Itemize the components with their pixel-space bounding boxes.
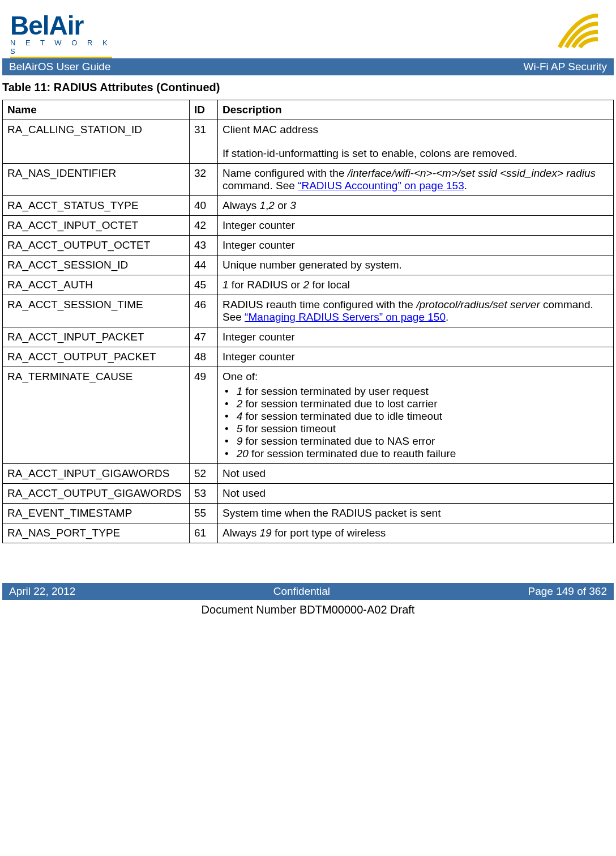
table-row: RA_CALLING_STATION_ID 31 Client MAC addr…: [3, 120, 614, 164]
section-title: Wi-Fi AP Security: [524, 61, 607, 73]
terminate-cause-list: 1 for session terminated by user request…: [223, 385, 609, 460]
italic-text: 4: [237, 410, 243, 422]
footer-date: April 22, 2012: [9, 585, 75, 598]
table-row: RA_ACCT_INPUT_GIGAWORDS 52 Not used: [3, 464, 614, 484]
cell-desc: Always 19 for port type of wireless: [218, 523, 614, 543]
page-header: BelAir N E T W O R K S: [0, 0, 616, 58]
cell-desc: System time when the RADIUS packet is se…: [218, 504, 614, 523]
table-row: RA_EVENT_TIMESTAMP 55 System time when t…: [3, 504, 614, 523]
cell-desc: Unique number generated by system.: [218, 255, 614, 275]
cell-id: 40: [190, 196, 218, 216]
radius-attributes-table: Name ID Description RA_CALLING_STATION_I…: [2, 100, 614, 543]
text: Always: [223, 527, 259, 539]
logo-brand-text: BelAir: [10, 10, 112, 41]
logo-networks-text: N E T W O R K S: [10, 39, 112, 56]
footer-confidential: Confidential: [273, 585, 330, 598]
guide-title: BelAirOS User Guide: [9, 61, 111, 73]
text: for session terminated due to reauth fai…: [249, 448, 456, 459]
logo-underline: [10, 57, 112, 58]
cell-name: RA_ACCT_OUTPUT_OCTET: [3, 236, 190, 255]
cell-name: RA_ACCT_INPUT_GIGAWORDS: [3, 464, 190, 484]
cell-id: 32: [190, 164, 218, 196]
cell-id: 45: [190, 275, 218, 295]
text: for session timeout: [242, 423, 336, 435]
table-row: RA_ACCT_OUTPUT_OCTET 43 Integer counter: [3, 236, 614, 255]
cell-id: 46: [190, 295, 218, 327]
footer-bar: April 22, 2012 Confidential Page 149 of …: [2, 583, 614, 600]
text: .: [446, 311, 448, 323]
cell-id: 47: [190, 327, 218, 347]
table-row: RA_NAS_PORT_TYPE 61 Always 19 for port t…: [3, 523, 614, 543]
text: for local: [309, 279, 350, 291]
text: or: [275, 199, 290, 211]
text: for session terminated by user request: [242, 385, 428, 397]
th-name: Name: [3, 100, 190, 120]
table-row: RA_ACCT_INPUT_OCTET 42 Integer counter: [3, 216, 614, 236]
cell-name: RA_ACCT_OUTPUT_GIGAWORDS: [3, 484, 190, 504]
title-bar: BelAirOS User Guide Wi-Fi AP Security: [2, 58, 614, 75]
cell-desc: Integer counter: [218, 347, 614, 367]
table-row: RA_TERMINATE_CAUSE 49 One of: 1 for sess…: [3, 367, 614, 464]
cell-desc: Name configured with the /interface/wifi…: [218, 164, 614, 196]
cell-desc: One of: 1 for session terminated by user…: [218, 367, 614, 464]
th-id: ID: [190, 100, 218, 120]
table-row: RA_ACCT_OUTPUT_PACKET 48 Integer counter: [3, 347, 614, 367]
italic-text: 9: [237, 435, 243, 447]
cell-name: RA_ACCT_STATUS_TYPE: [3, 196, 190, 216]
cell-desc: Not used: [218, 464, 614, 484]
italic-text: 2: [303, 279, 310, 291]
table-row: RA_ACCT_OUTPUT_GIGAWORDS 53 Not used: [3, 484, 614, 504]
cell-name: RA_EVENT_TIMESTAMP: [3, 504, 190, 523]
table-row: RA_ACCT_INPUT_PACKET 47 Integer counter: [3, 327, 614, 347]
cell-desc: Integer counter: [218, 327, 614, 347]
th-desc: Description: [218, 100, 614, 120]
cell-id: 31: [190, 120, 218, 164]
cell-desc: Always 1,2 or 3: [218, 196, 614, 216]
list-item: 2 for session terminated due to lost car…: [225, 398, 609, 410]
table-row: RA_ACCT_STATUS_TYPE 40 Always 1,2 or 3: [3, 196, 614, 216]
text: for RADIUS or: [229, 279, 303, 291]
cell-name: RA_ACCT_OUTPUT_PACKET: [3, 347, 190, 367]
cell-desc: Client MAC address If station-id-unforma…: [218, 120, 614, 164]
document-number: Document Number BDTM00000-A02 Draft: [0, 600, 616, 620]
list-item: 20 for session terminated due to reauth …: [225, 448, 609, 460]
table-row: RA_NAS_IDENTIFIER 32 Name configured wit…: [3, 164, 614, 196]
table-caption: Table 11: RADIUS Attributes (Continued): [0, 75, 616, 100]
text: for session terminated due to lost carri…: [242, 398, 437, 410]
italic-text: 5: [237, 423, 243, 435]
italic-text: 1: [259, 199, 266, 211]
cross-reference-link[interactable]: “RADIUS Accounting” on page 153: [298, 180, 464, 191]
footer-page-number: Page 149 of 362: [528, 585, 607, 598]
cell-name: RA_ACCT_INPUT_PACKET: [3, 327, 190, 347]
italic-text: 3: [290, 199, 296, 211]
italic-text: 2: [237, 398, 243, 410]
cell-name: RA_CALLING_STATION_ID: [3, 120, 190, 164]
text: Always: [223, 199, 259, 211]
text: for session terminated due to NAS error: [242, 435, 435, 447]
text: for port type of wireless: [272, 527, 386, 539]
cell-id: 61: [190, 523, 218, 543]
list-item: 4 for session terminated due to idle tim…: [225, 410, 609, 423]
cell-name: RA_NAS_IDENTIFIER: [3, 164, 190, 196]
italic-text: 2: [268, 199, 275, 211]
cell-id: 48: [190, 347, 218, 367]
italic-text: /interface/wifi-<n>-<m>/set ssid <ssid_i…: [348, 167, 596, 179]
text: One of:: [223, 370, 609, 383]
list-item: 9 for session terminated due to NAS erro…: [225, 435, 609, 448]
desc-line: Client MAC address: [223, 123, 609, 136]
table-row: RA_ACCT_SESSION_TIME 46 RADIUS reauth ti…: [3, 295, 614, 327]
cell-id: 52: [190, 464, 218, 484]
cell-desc: 1 for RADIUS or 2 for local: [218, 275, 614, 295]
table-row: RA_ACCT_SESSION_ID 44 Unique number gene…: [3, 255, 614, 275]
cell-name: RA_ACCT_INPUT_OCTET: [3, 216, 190, 236]
cell-name: RA_ACCT_SESSION_ID: [3, 255, 190, 275]
cell-id: 49: [190, 367, 218, 464]
italic-text: 19: [259, 527, 271, 539]
wifi-swoosh-icon: [555, 10, 606, 53]
cell-name: RA_ACCT_SESSION_TIME: [3, 295, 190, 327]
belair-logo: BelAir N E T W O R K S: [10, 10, 112, 53]
cross-reference-link[interactable]: “Managing RADIUS Servers” on page 150: [245, 311, 446, 323]
cell-name: RA_TERMINATE_CAUSE: [3, 367, 190, 464]
text: Name configured with the: [223, 167, 348, 179]
cell-desc: Not used: [218, 484, 614, 504]
